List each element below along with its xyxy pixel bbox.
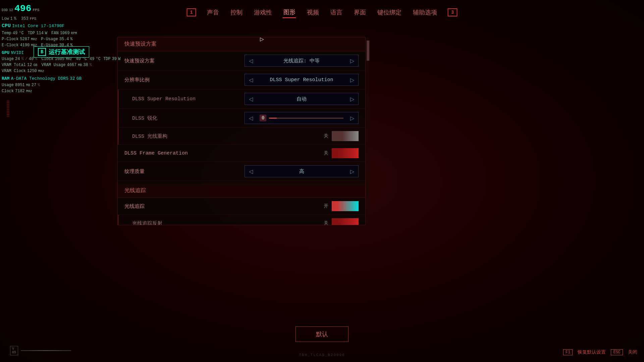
settings-panel: 快速预设方案 快速预设方案 ◁ 光线追踪: 中等 ▷ 分辨率比例 ◁ DLSS …	[117, 37, 366, 225]
f1-action: 恢复默认设置	[578, 349, 606, 355]
fps-value: 496	[14, 2, 31, 16]
tab-gameplay[interactable]: 游戏性	[253, 7, 273, 18]
default-button[interactable]: 默认	[296, 326, 348, 342]
dlss-super-res-control[interactable]: ◁ 自动 ▷	[245, 93, 359, 105]
tdp-unit: W	[45, 30, 47, 36]
gpu-usage-value: 24	[15, 56, 20, 62]
tab-accessibility[interactable]: 辅助选项	[412, 7, 438, 18]
dlss-frame-gen-toggle[interactable]	[332, 148, 359, 158]
pusage-value: 35.4	[59, 36, 69, 42]
dlss-recon-control[interactable]: 关	[324, 131, 359, 141]
tab-control[interactable]: 控制	[230, 7, 243, 18]
vram-clock-label: VRAM Clock	[2, 68, 26, 74]
bottom-hud-left: V05	[10, 346, 71, 355]
scrollbar-thumb[interactable]	[367, 41, 369, 61]
vram-pct: 38	[83, 62, 88, 68]
slider-inner: 0	[257, 115, 346, 121]
dlss-recon-toggle-label: 关	[324, 133, 328, 139]
raytracing-control[interactable]: 开	[324, 201, 359, 211]
texture-quality-right-btn[interactable]: ▷	[346, 166, 358, 177]
benchmark-label: 运行基准测试	[49, 48, 85, 56]
pclock-value: 5287	[20, 36, 30, 42]
rt-reflection-control[interactable]: 关	[324, 218, 359, 225]
raytracing-label: 光线追踪	[124, 203, 145, 209]
texture-quality-row: 纹理质量 ◁ 高 ▷	[118, 162, 365, 181]
raytracing-toggle-label: 开	[324, 203, 328, 209]
pclock-unit: MHz	[31, 37, 37, 42]
f1-key: F1	[563, 349, 573, 355]
resolution-left-btn[interactable]: ◁	[245, 74, 257, 85]
gpu-tdp-label: TDP	[103, 56, 111, 62]
dlss-sharpness-value: 0	[260, 115, 266, 121]
tab-video[interactable]: 视频	[306, 7, 320, 18]
d3d-label: D3D	[2, 8, 8, 13]
gpu-usage-label: Usage	[2, 56, 14, 62]
dlss-sharpness-left-btn[interactable]: ◁	[245, 112, 257, 124]
benchmark-key: B	[38, 48, 46, 56]
cpu-value: Intel Core i7-14790F	[12, 23, 64, 29]
tab-language[interactable]: 语言	[330, 7, 343, 18]
temp-value: 49	[13, 30, 17, 36]
dlss-super-res-row: DLSS Super Resolution ◁ 自动 ▷	[118, 89, 365, 109]
rt-reflection-row: 光线追踪反射 关	[118, 215, 365, 225]
side-decoration	[7, 101, 9, 184]
resolution-right-btn[interactable]: ▷	[346, 74, 358, 85]
preset-left-btn[interactable]: ◁	[245, 55, 257, 66]
eclock-label: E-Clock	[2, 42, 18, 48]
slider-track[interactable]	[269, 118, 343, 119]
benchmark-popup[interactable]: B 运行基准测试	[34, 46, 89, 58]
raytracing-row: 光线追踪 开	[118, 198, 365, 215]
tab-graphics[interactable]: 图形	[283, 7, 296, 18]
dlss-frame-gen-label: DLSS Frame Generation	[124, 150, 188, 156]
vram-total: 12	[27, 62, 32, 68]
dlss-super-res-right-btn[interactable]: ▷	[346, 93, 358, 105]
texture-quality-left-btn[interactable]: ◁	[245, 166, 257, 177]
preset-label: 快速预设方案	[124, 58, 155, 64]
preset-control[interactable]: ◁ 光线追踪: 中等 ▷	[245, 55, 359, 67]
nav-bar: 1 声音 控制 游戏性 图形 视频 语言 界面 键位绑定 辅助选项 3	[187, 7, 458, 18]
preset-row: 快速预设方案 ◁ 光线追踪: 中等 ▷	[118, 51, 365, 70]
preset-value: 光线追踪: 中等	[257, 58, 346, 64]
nav-badge-right: 3	[448, 8, 457, 16]
tab-sound[interactable]: 声音	[206, 7, 220, 18]
nav-badge-left: 1	[187, 8, 196, 16]
resolution-value: DLSS Super Resolution	[257, 77, 346, 83]
dlss-frame-gen-toggle-label: 关	[324, 150, 328, 156]
temp-unit: °C	[19, 30, 23, 36]
bottom-center-deco: TBH_TLCAS_B20096	[299, 353, 345, 357]
ram-value: A-DATA Technology DDR5	[11, 75, 68, 82]
ram-label: RAM	[2, 75, 9, 82]
rt-reflection-toggle[interactable]	[332, 218, 359, 225]
texture-quality-control[interactable]: ◁ 高 ▷	[245, 165, 359, 177]
raytracing-toggle[interactable]	[332, 201, 359, 211]
low-pct: %	[14, 16, 16, 22]
low-fps-label: FPS	[30, 16, 37, 22]
dlss-super-res-left-btn[interactable]: ◁	[245, 93, 257, 105]
fps-label: FPS	[33, 7, 39, 13]
gpu-label: GPU	[2, 50, 9, 56]
rt-reflection-label: 光线追踪反射	[132, 220, 162, 225]
rt-reflection-toggle-label: 关	[324, 220, 328, 225]
dlss-sharpness-right-btn[interactable]: ▷	[346, 112, 358, 124]
temp-label: Temp	[2, 30, 11, 36]
preset-right-btn[interactable]: ▷	[346, 55, 358, 66]
dlss-sharpness-row: DLSS 锐化 ◁ 0 ▷	[118, 109, 365, 128]
resolution-row: 分辨率比例 ◁ DLSS Super Resolution ▷	[118, 70, 365, 89]
gpu-usage-max: 40	[29, 56, 34, 62]
section-raytracing-header: 光线追踪	[118, 184, 365, 198]
tdp-value: 114	[36, 30, 44, 36]
ram-usage-unit: MB	[26, 83, 30, 88]
dlss-frame-gen-control[interactable]: 关	[324, 148, 359, 158]
resolution-control[interactable]: ◁ DLSS Super Resolution ▷	[245, 74, 359, 86]
scrollbar[interactable]	[367, 37, 369, 225]
fan-label: FAN	[51, 30, 59, 36]
vram-total-label: VRAM Total	[2, 62, 26, 68]
eclock-value: 4190	[20, 42, 30, 48]
dlss-sharpness-slider[interactable]: ◁ 0 ▷	[245, 112, 359, 124]
tab-keybind[interactable]: 键位绑定	[377, 7, 402, 18]
gpu-tdp-unit: W	[118, 56, 120, 62]
tab-interface[interactable]: 界面	[353, 7, 367, 18]
pclock-label: P-Clock	[2, 36, 18, 42]
dlss-recon-toggle[interactable]	[332, 131, 359, 141]
gpu-temp2: 49	[90, 56, 94, 62]
